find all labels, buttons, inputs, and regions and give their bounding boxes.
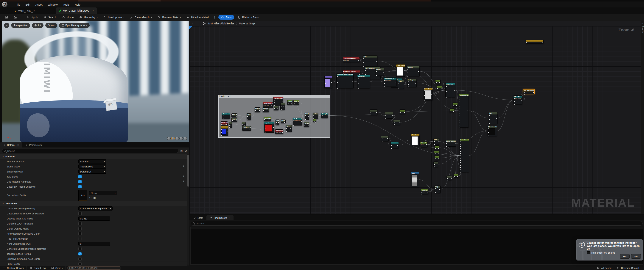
material-node-distance-cullfade[interactable]: Distance CullFade bbox=[242, 126, 251, 131]
input-pin[interactable] bbox=[400, 112, 401, 113]
material-node-lerp[interactable]: Lerp bbox=[398, 80, 404, 89]
use-selected-icon[interactable]: ↩ bbox=[89, 196, 92, 199]
input-pin[interactable] bbox=[460, 97, 460, 97]
material-node-u15[interactable] bbox=[453, 103, 458, 107]
input-pin[interactable] bbox=[370, 112, 371, 113]
material-node-divide[interactable]: Divide bbox=[281, 120, 286, 123]
material-node-m8[interactable] bbox=[526, 40, 544, 44]
material-node-mask-r-[interactable]: Mask (R) bbox=[294, 100, 299, 105]
input-pin[interactable] bbox=[436, 82, 436, 83]
input-pin[interactable] bbox=[422, 192, 422, 193]
input-pin[interactable] bbox=[243, 129, 244, 129]
property-checkbox[interactable]: ✓ bbox=[78, 175, 82, 178]
input-pin[interactable] bbox=[358, 88, 358, 89]
material-node-cheapcontrast[interactable]: CheapContrast bbox=[321, 113, 328, 118]
menu-help[interactable]: Help bbox=[72, 2, 83, 7]
material-node-mask-g-[interactable]: Mask (G) bbox=[304, 122, 309, 127]
output-pin[interactable] bbox=[298, 103, 298, 103]
input-pin[interactable] bbox=[274, 102, 274, 103]
output-pin[interactable] bbox=[418, 179, 418, 180]
material-node-preskinned-random[interactable]: Preskinned RandomInput Data bbox=[275, 129, 283, 134]
input-pin[interactable] bbox=[437, 88, 438, 89]
input-pin[interactable] bbox=[358, 83, 358, 83]
output-pin[interactable] bbox=[426, 144, 427, 145]
yes-button[interactable]: Yes bbox=[620, 254, 630, 259]
output-pin[interactable] bbox=[284, 106, 284, 107]
material-node-e2[interactable] bbox=[385, 112, 393, 119]
output-pin[interactable] bbox=[542, 42, 543, 43]
input-pin[interactable] bbox=[446, 143, 447, 144]
input-pin[interactable] bbox=[274, 100, 274, 100]
menu-window[interactable]: Window bbox=[46, 2, 60, 7]
input-pin[interactable] bbox=[386, 115, 386, 116]
unreal-logo-icon[interactable]: U bbox=[2, 2, 8, 7]
material-node-b13[interactable] bbox=[454, 174, 458, 178]
material-node-multiply[interactable]: Multiply bbox=[376, 68, 384, 76]
input-pin[interactable] bbox=[337, 76, 338, 77]
input-pin[interactable] bbox=[412, 175, 412, 176]
material-node-multiply[interactable]: Multiply bbox=[407, 66, 420, 76]
input-pin[interactable] bbox=[305, 115, 306, 116]
input-pin[interactable] bbox=[397, 72, 398, 72]
input-pin[interactable] bbox=[398, 86, 399, 86]
material-node-divide[interactable]: Divide bbox=[305, 113, 309, 120]
input-pin[interactable] bbox=[488, 132, 489, 133]
output-pin[interactable] bbox=[404, 70, 404, 71]
details-search[interactable] bbox=[2, 149, 178, 153]
input-pin[interactable] bbox=[412, 145, 412, 146]
output-pin[interactable] bbox=[451, 178, 452, 179]
preview-viewport[interactable]: IMIWI BD ≡ PerspectiveLitShowEpic Headqu… bbox=[2, 21, 189, 142]
input-pin[interactable] bbox=[447, 178, 448, 179]
input-pin[interactable] bbox=[230, 127, 230, 128]
material-node-base-color-lathe[interactable]: Base Color Lathe bbox=[411, 134, 420, 146]
output-pin[interactable] bbox=[376, 112, 377, 113]
output-pin[interactable] bbox=[387, 138, 388, 139]
input-pin[interactable] bbox=[382, 141, 382, 142]
input-pin[interactable] bbox=[325, 88, 326, 88]
material-node-lerp[interactable]: Lerp bbox=[247, 113, 251, 120]
input-pin[interactable] bbox=[460, 99, 460, 100]
input-pin[interactable] bbox=[358, 78, 358, 78]
input-pin[interactable] bbox=[263, 110, 264, 111]
input-pin[interactable] bbox=[322, 115, 322, 116]
material-node-lerp[interactable]: Lerp bbox=[434, 138, 439, 145]
input-pin[interactable] bbox=[524, 94, 524, 95]
input-pin[interactable] bbox=[460, 153, 461, 154]
input-pin[interactable] bbox=[460, 165, 461, 166]
input-pin[interactable] bbox=[460, 125, 460, 125]
input-pin[interactable] bbox=[488, 136, 489, 136]
property-checkbox[interactable] bbox=[78, 232, 82, 235]
material-node-base-color-bottle[interactable]: Base Color Bottle bbox=[424, 88, 433, 100]
back-arrow-icon[interactable]: ← bbox=[192, 22, 194, 25]
material-node-mat-lathe[interactable]: Mat LatheSwitch Param bbox=[513, 95, 522, 104]
output-pin[interactable] bbox=[236, 120, 236, 121]
property-number-input[interactable]: 0 bbox=[78, 242, 110, 246]
material-node-mm-glassfluidbottles[interactable]: MM_GlassFluidBottles bbox=[523, 89, 534, 94]
output-pin[interactable] bbox=[395, 82, 396, 82]
input-pin[interactable] bbox=[460, 172, 461, 173]
input-pin[interactable] bbox=[398, 83, 399, 84]
input-pin[interactable] bbox=[370, 114, 371, 115]
material-node-lerp[interactable]: Lerp bbox=[489, 112, 498, 124]
output-pin[interactable] bbox=[468, 111, 468, 111]
input-pin[interactable] bbox=[420, 147, 421, 148]
output-pin[interactable] bbox=[282, 132, 283, 133]
output-pin[interactable] bbox=[284, 122, 285, 123]
input-pin[interactable] bbox=[221, 135, 222, 136]
input-pin[interactable] bbox=[488, 128, 489, 129]
console-command-input[interactable] bbox=[67, 267, 121, 270]
input-pin[interactable] bbox=[460, 167, 461, 168]
browse-asset-button[interactable] bbox=[12, 15, 19, 20]
material-node-c17[interactable] bbox=[229, 122, 232, 128]
input-pin[interactable] bbox=[408, 81, 408, 82]
menu-asset[interactable]: Asset bbox=[33, 2, 45, 7]
material-node-mask-r-[interactable]: Mask (R) bbox=[254, 107, 260, 112]
input-pin[interactable] bbox=[223, 115, 224, 116]
input-pin[interactable] bbox=[294, 120, 294, 121]
output-pin[interactable] bbox=[438, 148, 439, 149]
material-node-e5[interactable] bbox=[381, 136, 389, 141]
output-pin[interactable] bbox=[331, 82, 332, 83]
details-scrollbar[interactable] bbox=[188, 154, 189, 265]
input-pin[interactable] bbox=[460, 156, 461, 156]
material-node-liquidlevel[interactable]: LiquidLevelCollection Param bbox=[264, 122, 274, 133]
